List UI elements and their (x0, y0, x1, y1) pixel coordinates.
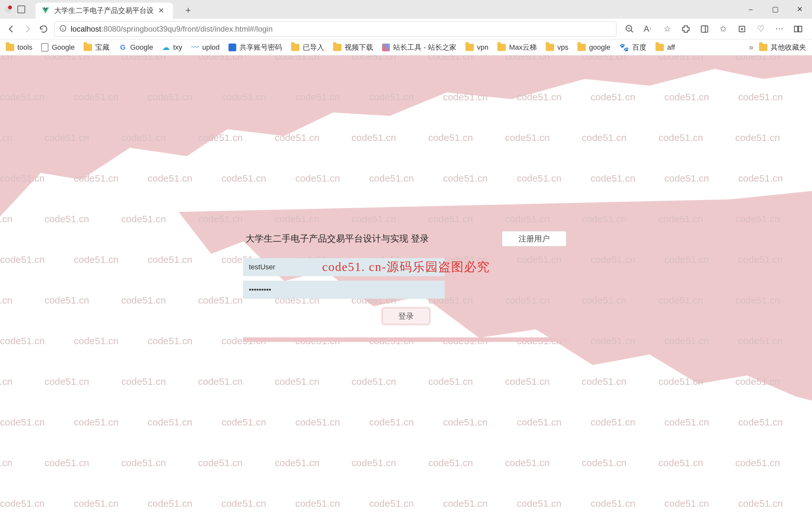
bookmark-google[interactable]: GGoogle (119, 43, 153, 52)
folder-icon (546, 44, 554, 51)
folder-icon (465, 44, 474, 51)
nav-refresh-button[interactable] (35, 21, 52, 37)
window-close-button[interactable]: ✕ (787, 0, 812, 19)
bookmark-label: 站长工具 - 站长之家 (393, 43, 456, 52)
url-text: localhost:8080/springboot39qu9/front/dis… (71, 25, 273, 33)
page-viewport: code51.cncode51.cncode51.cncode51.cncode… (0, 55, 812, 520)
split-icon[interactable] (793, 24, 803, 34)
bookmark-aff[interactable]: aff (656, 43, 675, 52)
bookmark-imported[interactable]: 已导入 (291, 43, 324, 52)
profile-avatar-icon[interactable] (4, 6, 11, 13)
bookmark-other-favorites[interactable]: 其他收藏夹 (759, 43, 806, 52)
bookmark-video-download[interactable]: 视频下载 (333, 43, 373, 52)
bookmark-label: 宝藏 (95, 43, 109, 52)
folder-icon (291, 44, 300, 51)
login-panel: 大学生二手电子产品交易平台设计与实现 登录 注册用户 登录 (243, 231, 569, 342)
bookmarks-overflow-chevron-icon[interactable]: » (749, 43, 753, 52)
vue-favicon-icon (41, 6, 50, 15)
bookmark-webmaster-tools[interactable]: 站长工具 - 站长之家 (382, 43, 456, 52)
bookmark-google-page[interactable]: Google (41, 43, 75, 52)
password-input[interactable] (243, 281, 445, 299)
bookmark-label: 其他收藏夹 (771, 43, 806, 52)
bookmark-txy[interactable]: ☁txy (162, 43, 182, 52)
bookmark-label: uplod (202, 43, 220, 52)
bookmark-google-folder[interactable]: google (577, 43, 610, 52)
svg-rect-5 (798, 26, 802, 32)
folder-icon (83, 44, 92, 51)
svg-rect-2 (701, 26, 708, 32)
folder-icon (333, 44, 341, 51)
app-icon (228, 44, 236, 51)
sidebar-icon[interactable] (700, 24, 709, 34)
window-maximize-button[interactable]: ▢ (763, 0, 787, 19)
decorative-wave-top (0, 55, 812, 223)
bookmarks-bar: tools Google 宝藏 GGoogle ☁txy 〰uplod 共享账号… (0, 40, 812, 55)
window-minimize-button[interactable]: – (738, 0, 763, 19)
browser-tab[interactable]: 大学生二手电子产品交易平台设 ✕ (35, 3, 173, 19)
grid-icon (382, 44, 390, 51)
bookmark-label: vps (557, 43, 568, 52)
paw-icon: 🐾 (619, 43, 629, 52)
bookmark-shared-accounts[interactable]: 共享账号密码 (228, 43, 282, 52)
bookmark-label: Google (52, 43, 75, 52)
tab-close-icon[interactable]: ✕ (158, 6, 164, 15)
login-button[interactable]: 登录 (382, 308, 430, 324)
svg-rect-4 (794, 26, 798, 32)
bookmark-label: 百度 (632, 43, 646, 52)
read-aloud-icon[interactable]: A》 (643, 24, 653, 34)
toolbar-right-icons: A》 ☆ ✩ ♡ ⋯ (619, 24, 809, 34)
favorites-icon[interactable]: ✩ (718, 24, 728, 34)
folder-icon (656, 44, 664, 51)
folder-icon (6, 44, 14, 51)
bookmark-vps[interactable]: vps (546, 43, 568, 52)
more-icon[interactable]: ⋯ (775, 24, 784, 34)
bookmark-label: 共享账号密码 (239, 43, 282, 52)
zoom-out-icon[interactable] (625, 24, 634, 34)
address-bar-row: localhost:8080/springboot39qu9/front/dis… (0, 19, 812, 40)
bookmark-label: 视频下载 (345, 43, 373, 52)
bookmark-label: 已导入 (303, 43, 324, 52)
folder-icon (577, 44, 586, 51)
page-icon (41, 43, 48, 52)
center-watermark-text: code51. cn-源码乐园盗图必究 (322, 259, 489, 275)
collections-icon[interactable] (737, 24, 747, 34)
folder-icon (497, 44, 506, 51)
bookmark-max-ladder[interactable]: Max云梯 (497, 43, 537, 52)
nav-back-button[interactable] (3, 21, 19, 37)
bookmark-label: aff (667, 43, 675, 52)
login-title: 大学生二手电子产品交易平台设计与实现 登录 (246, 233, 429, 245)
wave-icon: 〰 (192, 43, 199, 52)
tab-title: 大学生二手电子产品交易平台设 (54, 6, 154, 16)
workspaces-icon[interactable] (18, 5, 25, 13)
new-tab-button[interactable]: + (181, 3, 196, 18)
site-info-icon[interactable] (59, 25, 67, 33)
star-icon[interactable]: ☆ (662, 24, 672, 34)
bookmark-label: tools (18, 43, 32, 52)
address-bar[interactable]: localhost:8080/springboot39qu9/front/dis… (54, 21, 616, 37)
bookmark-tools[interactable]: tools (6, 43, 32, 52)
bookmark-label: google (589, 43, 610, 52)
register-button[interactable]: 注册用户 (502, 231, 566, 246)
bookmark-treasure[interactable]: 宝藏 (83, 43, 109, 52)
bookmark-baidu[interactable]: 🐾百度 (619, 43, 646, 52)
folder-icon (759, 44, 767, 51)
login-bottom-bar (243, 337, 569, 342)
bookmark-label: Google (130, 43, 153, 52)
bookmark-uplod[interactable]: 〰uplod (192, 43, 220, 52)
shopping-icon[interactable]: ♡ (756, 24, 765, 34)
extensions-icon[interactable] (681, 24, 691, 34)
nav-forward-button[interactable] (19, 21, 35, 37)
bookmark-label: vpn (477, 43, 488, 52)
bookmark-label: txy (173, 43, 182, 52)
window-titlebar: 大学生二手电子产品交易平台设 ✕ + – ▢ ✕ (0, 0, 812, 19)
bookmark-label: Max云梯 (509, 43, 537, 52)
bookmark-vpn[interactable]: vpn (465, 43, 488, 52)
google-g-icon: G (119, 43, 127, 52)
cloud-icon: ☁ (162, 43, 170, 52)
